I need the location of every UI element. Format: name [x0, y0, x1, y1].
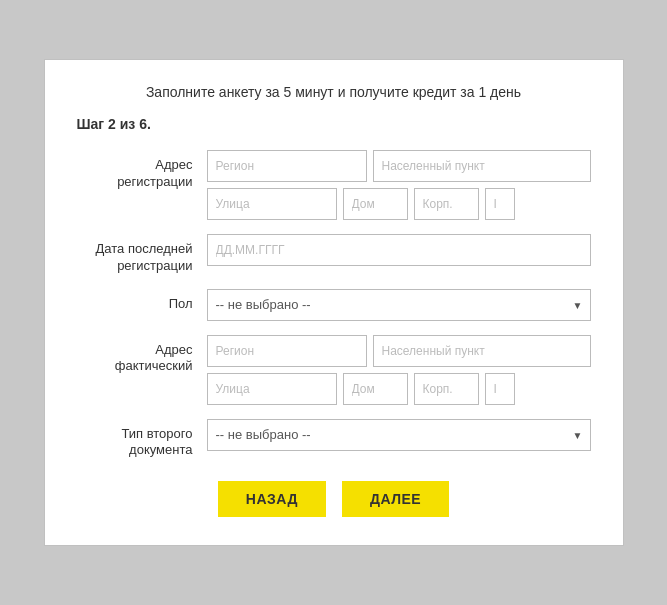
gender-select[interactable]: -- не выбрано -- Мужской Женский	[207, 289, 591, 321]
address-reg-fields	[207, 150, 591, 220]
address-actual-label: Адрес фактический	[77, 335, 207, 376]
next-button[interactable]: ДАЛЕЕ	[342, 481, 449, 517]
form-card: Заполните анкету за 5 минут и получите к…	[44, 59, 624, 547]
house1-input[interactable]	[343, 188, 408, 220]
address-actual-row-1	[207, 335, 591, 367]
header-title: Заполните анкету за 5 минут и получите к…	[77, 84, 591, 100]
house2-input[interactable]	[343, 373, 408, 405]
address-actual-row-2	[207, 373, 591, 405]
corp2-input[interactable]	[414, 373, 479, 405]
doc-type-select[interactable]: -- не выбрано -- Загранпаспорт ИНН СНИЛС…	[207, 419, 591, 451]
address-reg-row-1	[207, 150, 591, 182]
date-row: Дата последней регистрации	[77, 234, 591, 275]
apt1-input[interactable]	[485, 188, 515, 220]
date-input[interactable]	[207, 234, 591, 266]
gender-row: Пол -- не выбрано -- Мужской Женский	[77, 289, 591, 321]
button-row: НАЗАД ДАЛЕЕ	[77, 481, 591, 517]
address-reg-row-2	[207, 188, 591, 220]
region1-input[interactable]	[207, 150, 367, 182]
apt2-input[interactable]	[485, 373, 515, 405]
gender-field-group: -- не выбрано -- Мужской Женский	[207, 289, 591, 321]
step-label: Шаг 2 из 6.	[77, 116, 591, 132]
date-field-group	[207, 234, 591, 266]
doc-type-label: Тип второго документа	[77, 419, 207, 460]
address-actual-fields	[207, 335, 591, 405]
street2-input[interactable]	[207, 373, 337, 405]
back-button[interactable]: НАЗАД	[218, 481, 326, 517]
settlement1-input[interactable]	[373, 150, 591, 182]
doc-type-select-wrapper: -- не выбрано -- Загранпаспорт ИНН СНИЛС…	[207, 419, 591, 451]
address-reg-row: Адрес регистрации	[77, 150, 591, 220]
doc-type-row: Тип второго документа -- не выбрано -- З…	[77, 419, 591, 460]
date-label: Дата последней регистрации	[77, 234, 207, 275]
settlement2-input[interactable]	[373, 335, 591, 367]
address-actual-row: Адрес фактический	[77, 335, 591, 405]
region2-input[interactable]	[207, 335, 367, 367]
doc-type-field-group: -- не выбрано -- Загранпаспорт ИНН СНИЛС…	[207, 419, 591, 451]
street1-input[interactable]	[207, 188, 337, 220]
address-reg-label: Адрес регистрации	[77, 150, 207, 191]
corp1-input[interactable]	[414, 188, 479, 220]
gender-select-wrapper: -- не выбрано -- Мужской Женский	[207, 289, 591, 321]
gender-label: Пол	[77, 289, 207, 313]
